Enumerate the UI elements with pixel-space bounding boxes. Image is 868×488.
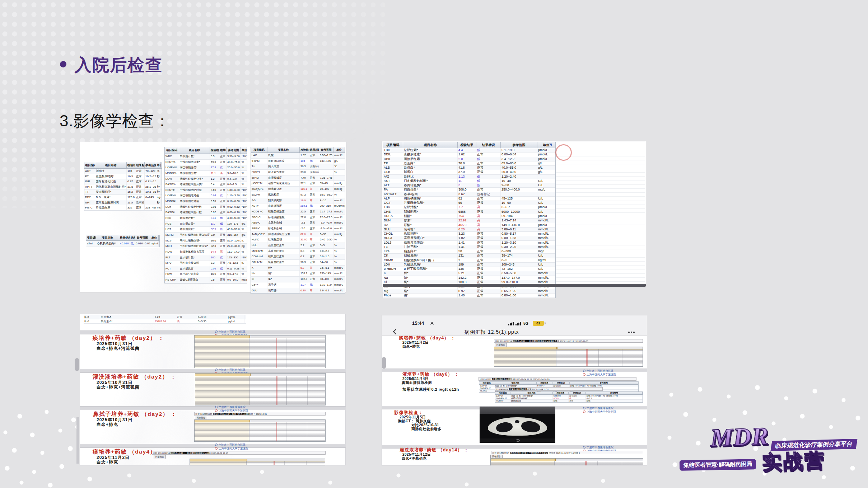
cell-range: 0.80--1.68 <box>501 236 537 240</box>
cell-unit: U/L <box>537 179 555 183</box>
table-row: RBC红细胞计数*3.41低4.30--5.80*10^12/L <box>165 216 247 221</box>
cell-name: 乳酸脱氢酶* <box>403 263 458 267</box>
table-row: GLB球蛋白37.0正常20.0--40.0g/L <box>383 170 555 174</box>
cell-value: 11.1 <box>210 171 219 176</box>
cell-range: 70--120 <box>145 169 156 174</box>
cell-flag: 正常 <box>219 244 227 249</box>
cell-range: 8--16 <box>319 198 333 203</box>
cell-name: 红细胞体积分布宽度 <box>179 249 210 255</box>
scroll-indicator[interactable] <box>75 358 79 371</box>
cell-unit: % <box>241 227 247 232</box>
network-type: 5G <box>523 321 528 325</box>
cell-flag: 正常 <box>219 261 227 266</box>
signal-bars-icon <box>508 322 514 325</box>
scroll-indicator[interactable] <box>382 357 386 369</box>
tab-susceptibility-report[interactable]: 药敏报告 <box>495 343 507 347</box>
table-row: sO2^M氧饱和度97.3正常95.0--98.0% <box>251 192 345 198</box>
cell-value: 78.8 <box>458 161 476 165</box>
cell-name: 淋巴细胞分类* <box>179 165 210 170</box>
cell-code: SBC^C <box>251 215 267 220</box>
cell-unit: U/L <box>537 210 555 214</box>
tab-susceptibility-report[interactable]: 药敏报告 <box>490 455 503 458</box>
table-row: NEUT#中性粒细胞绝对值3.69正常1.80--6.30*10^9/L <box>165 188 247 193</box>
cell-code: GLU <box>251 288 267 294</box>
cell-name: 平均红细胞体积* <box>179 238 210 244</box>
cell-unit: g/L <box>537 170 555 174</box>
cell-flag: 正常 <box>476 241 501 245</box>
cell-code: CKMB <box>383 258 403 262</box>
cell-value: 5.21 <box>458 271 476 275</box>
cell-range: 109--245 <box>501 263 537 267</box>
cell-name: 钠* <box>403 276 458 280</box>
cell-range: 0.0--1.5 <box>319 254 333 259</box>
cell-unit: mmol/L <box>537 232 555 236</box>
cell-value: 11 <box>458 179 476 183</box>
cell-unit: U/L <box>537 263 555 267</box>
codebar-text: 血清 2025-11-04 11:51 <box>527 388 549 390</box>
cell-value: 37.1 <box>300 181 309 186</box>
cell-code: ALB <box>383 166 403 170</box>
cell-flag: 正常 <box>476 236 501 240</box>
more-menu-icon[interactable] <box>628 332 635 333</box>
cell-unit: mmol/L <box>333 282 345 288</box>
antibiogram-table-thumbnail <box>190 459 325 465</box>
cell-name: 血红蛋白量* <box>179 221 210 227</box>
table-row: AG阴离子间隙19.9高8--16mmol/L <box>251 198 345 204</box>
table-row: ZJDPJT真菌（1-3）-β-D-葡聚糖*548.047没有标记阴性：0-70… <box>479 385 638 387</box>
col-header: 参考范围 <box>570 382 638 384</box>
cell-unit: *10^9/L <box>241 193 247 198</box>
cell-range: 0--6.7 <box>501 205 537 209</box>
cell-value: 0.94 <box>210 193 219 198</box>
hospital-name: 宁波市中西医结合医院 <box>587 446 613 449</box>
col-header: 项目编码 <box>479 382 494 384</box>
col-header: 项目名称 <box>510 392 553 394</box>
cell-range: 1.10--1.34 <box>319 282 333 288</box>
tab-susceptibility-report[interactable]: 药敏报告 <box>195 416 207 419</box>
cell-value: 284.5 <box>300 203 309 209</box>
table-row: MONO%单核细胞分类*11.1高3.0--10.0% <box>165 171 247 177</box>
horizontal-scrollbar[interactable] <box>383 284 646 287</box>
table-row: A/G白球比1.13低1.20--2.40 <box>383 175 555 179</box>
col-header: 检验结果 <box>127 162 135 168</box>
cell-range: 0.02--0.52 <box>227 205 241 210</box>
cell-code: HGB <box>165 221 179 227</box>
cell-code: CREA <box>383 214 403 218</box>
cell-flag: 正常 <box>309 277 319 282</box>
cell-range: 0--0.5 <box>586 397 643 399</box>
table-row: CREA肌酐*754高59--104μmol/L <box>383 214 555 219</box>
table-row: EO%嗜酸性粒细胞分类*1.2正常0.4--8.0% <box>165 177 247 182</box>
cell-value: 128.0 <box>127 195 135 200</box>
cell-flag: 正常 <box>309 260 319 265</box>
table-row: Cl氯*102.0正常98--107mmol/L <box>251 277 345 282</box>
cell-range: 136--145 <box>319 271 333 276</box>
hospital-name: 宁波市中西医结合医院 <box>587 407 613 410</box>
cell-flag: 正常 <box>135 179 145 184</box>
table-row: BASO#嗜碱性粒细胞计数0.02正常0.00--0.10*10^9/L <box>165 210 247 216</box>
cell-unit <box>537 192 555 196</box>
cell-name: 还原血红蛋白 <box>267 243 300 248</box>
cell-range: 5.1--19.0 <box>501 148 537 152</box>
left-edge-strip <box>76 417 79 464</box>
logo-slogan: 集结医者智慧·解码耐药困局 <box>680 459 756 471</box>
cell-code: PLT <box>165 255 179 261</box>
cell-value: 82 <box>458 197 476 201</box>
table-row: AST/ALT谷草/谷丙3.67没有标记 <box>383 192 555 197</box>
cell-name: 隐球菌抗原 <box>510 400 553 402</box>
cell-code: Na <box>251 271 267 276</box>
cell-range: 10.3--16.6 <box>145 189 156 194</box>
cell-flag: 没有标记 <box>309 164 319 169</box>
cell-range: 20.0--40.0 <box>501 170 537 174</box>
hospital-logo-icon <box>215 330 218 333</box>
table-row: Mg镁*0.97正常0.65--1.25mmol/L <box>383 289 555 294</box>
cell-range: 0.80--5.17 <box>501 232 537 236</box>
tab-susceptibility-report[interactable]: 药敏报告 <box>154 455 166 459</box>
cell-unit: mmHg <box>333 181 345 186</box>
cell-name: 低密度脂蛋白* <box>403 241 458 245</box>
table-row: TT凝血酶时间*16.2正常10.3--16.6秒 <box>84 189 162 195</box>
cell-range: 290--310 <box>319 203 333 209</box>
cell-flag: 低 <box>476 157 501 161</box>
cell-name: 嗜酸性粒细胞分类* <box>179 177 210 182</box>
cell-code: CHE <box>383 210 403 214</box>
cell-range: 21.4--27.3 <box>319 209 333 215</box>
cell-name: 白介素-5 <box>100 315 154 319</box>
